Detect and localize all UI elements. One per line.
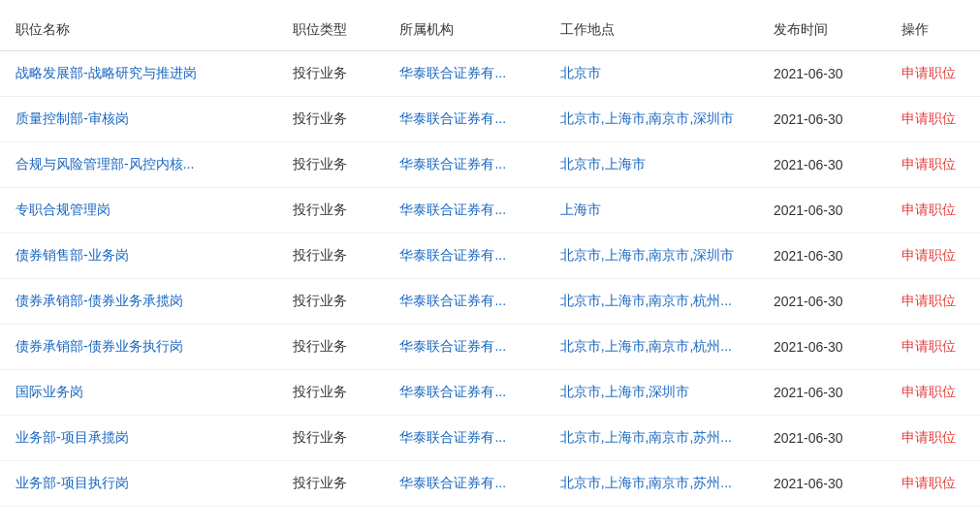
job-name-cell: 业务部-项目承揽岗 <box>0 416 277 461</box>
job-name-cell: 合规与风险管理部-风控内核... <box>0 142 277 188</box>
job-type-cell: 投行业务 <box>277 279 384 325</box>
job-org-cell: 华泰联合证券有... <box>384 142 544 188</box>
org-name[interactable]: 华泰联合证券有... <box>399 384 506 399</box>
job-location-cell: 上海市 <box>545 188 758 234</box>
apply-job-button[interactable]: 申请职位 <box>901 384 956 399</box>
table-header-row: 职位名称 职位类型 所属机构 工作地点 发布时间 操作 <box>0 10 980 51</box>
apply-job-button[interactable]: 申请职位 <box>901 475 956 490</box>
job-action-cell: 申请职位 <box>886 97 980 142</box>
table-row: 国际业务岗投行业务华泰联合证券有...北京市,上海市,深圳市2021-06-30… <box>0 370 980 416</box>
org-name[interactable]: 华泰联合证券有... <box>399 110 506 126</box>
job-location-cell: 北京市,上海市,南京市,杭州... <box>545 325 758 370</box>
table-row: 债券销售部-业务岗投行业务华泰联合证券有...北京市,上海市,南京市,深圳市20… <box>0 234 980 279</box>
job-location: 北京市,上海市,南京市,苏州... <box>560 429 732 445</box>
job-name[interactable]: 债券销售部-业务岗 <box>16 247 129 263</box>
table-row: 业务部-项目承揽岗投行业务华泰联合证券有...北京市,上海市,南京市,苏州...… <box>0 416 980 461</box>
org-name[interactable]: 华泰联合证券有... <box>399 429 506 445</box>
job-date-cell: 2021-06-30 <box>758 97 886 142</box>
job-name-cell: 战略发展部-战略研究与推进岗 <box>0 51 277 97</box>
job-date-cell: 2021-06-30 <box>758 370 886 416</box>
table-row: 债券承销部-债券业务承揽岗投行业务华泰联合证券有...北京市,上海市,南京市,杭… <box>0 279 980 325</box>
job-location-cell: 北京市,上海市,南京市,苏州... <box>545 416 758 461</box>
job-location-cell: 北京市,上海市,南京市,深圳市 <box>545 97 758 142</box>
job-location: 北京市,上海市,南京市,杭州... <box>560 338 732 354</box>
job-action-cell: 申请职位 <box>886 416 980 461</box>
job-type-cell: 投行业务 <box>277 51 384 97</box>
header-name: 职位名称 <box>0 10 277 51</box>
org-name[interactable]: 华泰联合证券有... <box>399 156 506 171</box>
org-name[interactable]: 华泰联合证券有... <box>399 247 506 263</box>
job-date-cell: 2021-06-30 <box>758 325 886 370</box>
job-date-cell: 2021-06-30 <box>758 188 886 234</box>
header-date: 发布时间 <box>758 10 886 51</box>
org-name[interactable]: 华泰联合证券有... <box>399 338 506 354</box>
job-type-cell: 投行业务 <box>277 234 384 279</box>
job-name[interactable]: 债券承销部-债券业务承揽岗 <box>16 293 183 308</box>
job-name[interactable]: 合规与风险管理部-风控内核... <box>16 156 194 171</box>
job-name[interactable]: 专职合规管理岗 <box>16 202 111 217</box>
job-action-cell: 申请职位 <box>886 325 980 370</box>
apply-job-button[interactable]: 申请职位 <box>901 247 956 263</box>
job-name-cell: 质量控制部-审核岗 <box>0 97 277 142</box>
apply-job-button[interactable]: 申请职位 <box>901 338 956 354</box>
job-org-cell: 华泰联合证券有... <box>384 97 544 142</box>
job-date-cell: 2021-06-30 <box>758 142 886 188</box>
job-location-cell: 北京市,上海市 <box>545 142 758 188</box>
job-location: 上海市 <box>560 202 601 217</box>
header-type: 职位类型 <box>277 10 384 51</box>
job-date-cell: 2021-06-30 <box>758 51 886 97</box>
job-name[interactable]: 债券承销部-债券业务执行岗 <box>16 338 183 354</box>
job-org-cell: 华泰联合证券有... <box>384 325 544 370</box>
org-name[interactable]: 华泰联合证券有... <box>399 202 506 217</box>
org-name[interactable]: 华泰联合证券有... <box>399 475 506 490</box>
job-org-cell: 华泰联合证券有... <box>384 234 544 279</box>
job-action-cell: 申请职位 <box>886 234 980 279</box>
header-location: 工作地点 <box>545 10 758 51</box>
job-type-cell: 投行业务 <box>277 97 384 142</box>
job-name[interactable]: 业务部-项目执行岗 <box>16 475 129 490</box>
job-name-cell: 债券承销部-债券业务执行岗 <box>0 325 277 370</box>
job-name[interactable]: 战略发展部-战略研究与推进岗 <box>16 65 197 80</box>
job-type-cell: 投行业务 <box>277 461 384 507</box>
apply-job-button[interactable]: 申请职位 <box>901 65 956 80</box>
table-row: 业务部-项目执行岗投行业务华泰联合证券有...北京市,上海市,南京市,苏州...… <box>0 461 980 507</box>
job-location: 北京市 <box>560 65 601 80</box>
apply-job-button[interactable]: 申请职位 <box>901 293 956 308</box>
apply-job-button[interactable]: 申请职位 <box>901 110 956 126</box>
job-type-cell: 投行业务 <box>277 325 384 370</box>
job-org-cell: 华泰联合证券有... <box>384 279 544 325</box>
job-org-cell: 华泰联合证券有... <box>384 188 544 234</box>
job-location: 北京市,上海市 <box>560 156 646 171</box>
table-row: 合规与风险管理部-风控内核...投行业务华泰联合证券有...北京市,上海市202… <box>0 142 980 188</box>
job-org-cell: 华泰联合证券有... <box>384 51 544 97</box>
job-name-cell: 专职合规管理岗 <box>0 188 277 234</box>
job-type-cell: 投行业务 <box>277 188 384 234</box>
apply-job-button[interactable]: 申请职位 <box>901 156 956 171</box>
apply-job-button[interactable]: 申请职位 <box>901 202 956 217</box>
job-name-cell: 业务部-项目执行岗 <box>0 461 277 507</box>
job-type-cell: 投行业务 <box>277 370 384 416</box>
header-org: 所属机构 <box>384 10 544 51</box>
org-name[interactable]: 华泰联合证券有... <box>399 293 506 308</box>
job-location-cell: 北京市,上海市,南京市,苏州... <box>545 461 758 507</box>
job-name[interactable]: 业务部-项目承揽岗 <box>16 429 129 445</box>
job-name[interactable]: 质量控制部-审核岗 <box>16 110 129 126</box>
job-location: 北京市,上海市,南京市,深圳市 <box>560 247 735 263</box>
job-action-cell: 申请职位 <box>886 142 980 188</box>
job-action-cell: 申请职位 <box>886 51 980 97</box>
job-location: 北京市,上海市,南京市,深圳市 <box>560 110 735 126</box>
job-name[interactable]: 国际业务岗 <box>16 384 83 399</box>
job-table: 职位名称 职位类型 所属机构 工作地点 发布时间 操作 战略发展部-战略研究与推… <box>0 10 980 507</box>
job-location: 北京市,上海市,南京市,苏州... <box>560 475 732 490</box>
apply-job-button[interactable]: 申请职位 <box>901 429 956 445</box>
org-name[interactable]: 华泰联合证券有... <box>399 65 506 80</box>
job-name-cell: 债券承销部-债券业务承揽岗 <box>0 279 277 325</box>
job-location-cell: 北京市,上海市,南京市,深圳市 <box>545 234 758 279</box>
job-date-cell: 2021-06-30 <box>758 279 886 325</box>
table-row: 专职合规管理岗投行业务华泰联合证券有...上海市2021-06-30申请职位 <box>0 188 980 234</box>
job-location: 北京市,上海市,深圳市 <box>560 384 690 399</box>
job-date-cell: 2021-06-30 <box>758 461 886 507</box>
job-location-cell: 北京市 <box>545 51 758 97</box>
table-row: 战略发展部-战略研究与推进岗投行业务华泰联合证券有...北京市2021-06-3… <box>0 51 980 97</box>
job-org-cell: 华泰联合证券有... <box>384 416 544 461</box>
